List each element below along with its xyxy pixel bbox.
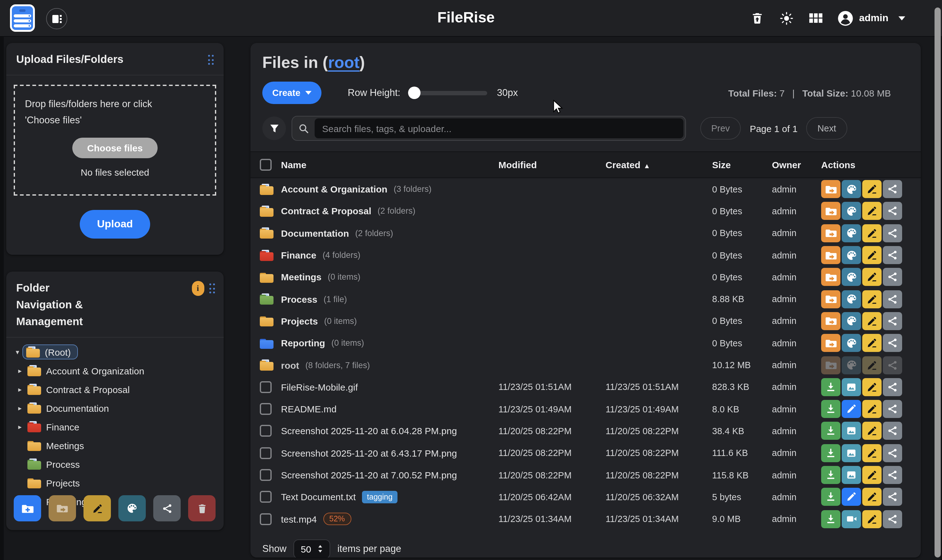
row-checkbox[interactable] bbox=[260, 469, 272, 481]
slider-knob[interactable] bbox=[408, 86, 420, 99]
tree-item-meetings[interactable]: Meetings bbox=[12, 436, 224, 455]
file-row-screenshot-2025-11-20-at-7-00-52-pm-png[interactable]: Screenshot 2025-11-20 at 7.00.52 PM.png1… bbox=[251, 464, 921, 486]
user-menu[interactable]: admin bbox=[837, 10, 906, 26]
color-button[interactable] bbox=[842, 246, 861, 264]
column-header-size[interactable]: Size bbox=[712, 160, 772, 170]
file-row-test-mp4[interactable]: test.mp452%11/23/25 01:34AM11/23/25 01:3… bbox=[251, 508, 921, 530]
column-header-name[interactable]: Name bbox=[281, 160, 499, 170]
download-button[interactable] bbox=[821, 400, 840, 418]
share-folder-button[interactable] bbox=[153, 495, 181, 522]
rename-button[interactable] bbox=[862, 290, 882, 308]
folder-name[interactable]: Account & Organization bbox=[281, 184, 388, 194]
color-button[interactable] bbox=[842, 224, 861, 242]
color-button[interactable] bbox=[842, 268, 861, 286]
preview-image-button[interactable] bbox=[842, 378, 861, 396]
color-button[interactable] bbox=[842, 202, 861, 220]
download-button[interactable] bbox=[821, 510, 840, 528]
file-row-filerise-mobile-gif[interactable]: FileRise-Mobile.gif11/23/25 01:51AM11/23… bbox=[251, 376, 921, 398]
move-button[interactable] bbox=[821, 268, 840, 286]
move-button[interactable] bbox=[821, 202, 840, 220]
share-button[interactable] bbox=[883, 312, 902, 330]
folder-row-documentation[interactable]: Documentation(2 folders)0 Bytesadmin bbox=[251, 222, 921, 244]
share-button[interactable] bbox=[883, 400, 902, 418]
move-button[interactable] bbox=[821, 356, 840, 374]
file-name[interactable]: FileRise-Mobile.gif bbox=[281, 382, 358, 392]
upload-button[interactable]: Upload bbox=[79, 210, 150, 238]
sidebar-toggle-icon[interactable] bbox=[46, 8, 67, 29]
color-button[interactable] bbox=[842, 312, 861, 330]
drag-handle-icon[interactable] bbox=[208, 55, 214, 65]
row-checkbox[interactable] bbox=[260, 491, 272, 503]
move-button[interactable] bbox=[821, 246, 840, 264]
trash-restore-icon[interactable] bbox=[750, 10, 766, 26]
folder-name[interactable]: Meetings bbox=[281, 272, 322, 283]
rename-button[interactable] bbox=[862, 334, 882, 352]
share-button[interactable] bbox=[883, 466, 902, 484]
rename-button[interactable] bbox=[862, 180, 882, 198]
folder-name[interactable]: Contract & Proposal bbox=[281, 206, 371, 217]
select-all-checkbox[interactable] bbox=[260, 159, 272, 171]
create-button[interactable]: Create bbox=[262, 82, 322, 104]
folder-name[interactable]: Projects bbox=[281, 316, 318, 326]
file-row-screenshot-2025-11-20-at-6-43-17-pm-png[interactable]: Screenshot 2025-11-20 at 6.43.17 PM.png1… bbox=[251, 442, 921, 464]
file-name[interactable]: Text Document.txt bbox=[281, 492, 356, 502]
rename-button[interactable] bbox=[862, 356, 882, 374]
filter-button[interactable] bbox=[262, 117, 286, 140]
folder-row-root[interactable]: root(8 folders, 7 files)10.12 MBadmin bbox=[251, 354, 921, 376]
folder-row-finance[interactable]: Finance(4 folders)0 Bytesadmin bbox=[251, 244, 921, 266]
file-name[interactable]: Screenshot 2025-11-20 at 7.00.52 PM.png bbox=[281, 470, 457, 480]
file-name[interactable]: README.md bbox=[281, 404, 336, 414]
row-checkbox[interactable] bbox=[260, 447, 272, 459]
theme-sun-icon[interactable] bbox=[779, 10, 795, 26]
move-button[interactable] bbox=[821, 290, 840, 308]
share-button[interactable] bbox=[883, 422, 902, 440]
share-button[interactable] bbox=[883, 290, 902, 308]
row-checkbox[interactable] bbox=[260, 403, 272, 415]
share-button[interactable] bbox=[883, 268, 902, 286]
rename-button[interactable] bbox=[862, 466, 882, 484]
folder-row-process[interactable]: Process(1 file)8.88 KBadmin bbox=[251, 288, 921, 310]
column-header-created[interactable]: Created▲ bbox=[606, 160, 712, 170]
tree-item-contract-proposal[interactable]: ▸Contract & Proposal bbox=[12, 380, 224, 399]
column-header-actions[interactable]: Actions bbox=[821, 160, 921, 170]
column-header-modified[interactable]: Modified bbox=[499, 160, 606, 170]
choose-files-button[interactable]: Choose files bbox=[72, 138, 158, 158]
move-folder-button[interactable] bbox=[49, 495, 76, 522]
file-name[interactable]: Screenshot 2025-11-20 at 6.43.17 PM.png bbox=[281, 448, 457, 458]
file-name[interactable]: test.mp4 bbox=[281, 514, 317, 524]
download-button[interactable] bbox=[821, 422, 840, 440]
download-button[interactable] bbox=[821, 444, 840, 462]
next-page-button[interactable]: Next bbox=[806, 117, 847, 140]
prev-page-button[interactable]: Prev bbox=[700, 117, 741, 140]
file-row-text-document-txt[interactable]: Text Document.txttagging11/20/25 06:42AM… bbox=[251, 486, 921, 508]
rename-folder-button[interactable] bbox=[83, 495, 111, 522]
apps-grid-icon[interactable] bbox=[808, 10, 824, 26]
color-button[interactable] bbox=[842, 180, 861, 198]
tree-item-documentation[interactable]: ▸Documentation bbox=[12, 399, 224, 418]
preview-image-button[interactable] bbox=[842, 444, 861, 462]
tree-item-process[interactable]: Process bbox=[12, 455, 224, 474]
rename-button[interactable] bbox=[862, 246, 882, 264]
color-folder-button[interactable] bbox=[119, 495, 146, 522]
caret-down-icon[interactable]: ▾ bbox=[12, 348, 22, 356]
root-breadcrumb-link[interactable]: root bbox=[328, 53, 360, 72]
dropzone[interactable]: Drop files/folders here or click 'Choose… bbox=[14, 85, 216, 195]
move-button[interactable] bbox=[821, 224, 840, 242]
rename-button[interactable] bbox=[862, 488, 882, 506]
rename-button[interactable] bbox=[862, 378, 882, 396]
folder-name[interactable]: Process bbox=[281, 294, 317, 304]
tree-item--root-[interactable]: ▾(Root) bbox=[12, 343, 224, 362]
edit-file-button[interactable] bbox=[842, 400, 861, 418]
column-header-owner[interactable]: Owner bbox=[772, 160, 821, 170]
folder-row-meetings[interactable]: Meetings(0 items)0 Bytesadmin bbox=[251, 266, 921, 288]
folder-name[interactable]: root bbox=[281, 360, 299, 370]
rename-button[interactable] bbox=[862, 268, 882, 286]
rename-button[interactable] bbox=[862, 202, 882, 220]
rename-button[interactable] bbox=[862, 400, 882, 418]
tree-item-projects[interactable]: Projects bbox=[12, 474, 224, 492]
edit-file-button[interactable] bbox=[842, 488, 861, 506]
row-checkbox[interactable] bbox=[260, 381, 272, 393]
preview-image-button[interactable] bbox=[842, 422, 861, 440]
folder-name[interactable]: Finance bbox=[281, 250, 316, 260]
folder-row-reporting[interactable]: Reporting(0 items)0 Bytesadmin bbox=[251, 332, 921, 354]
